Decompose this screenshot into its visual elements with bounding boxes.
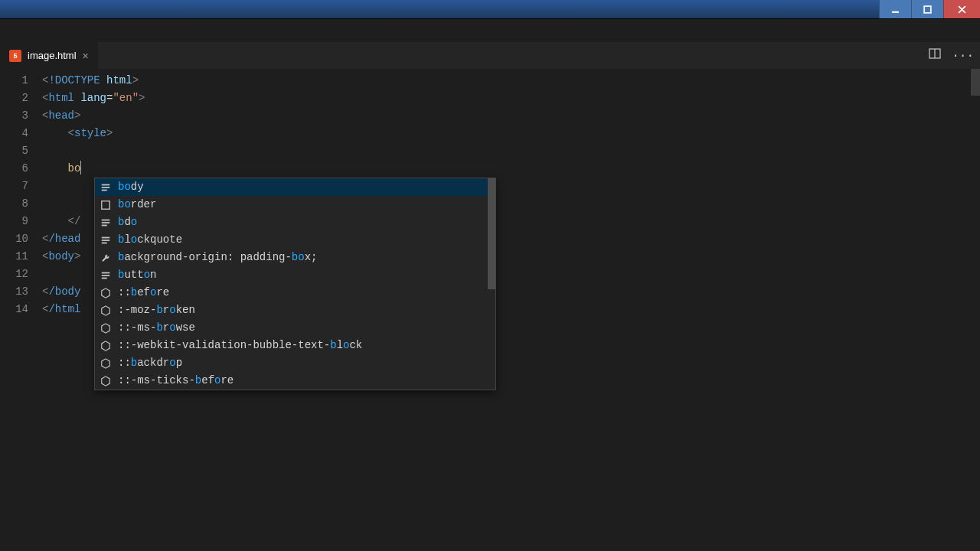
svg-rect-16	[102, 277, 107, 279]
hex-icon	[100, 375, 112, 387]
svg-rect-14	[102, 272, 110, 273]
svg-rect-15	[102, 275, 110, 276]
autocomplete-item[interactable]: ::before	[95, 284, 495, 302]
window-close-button[interactable]	[943, 0, 980, 18]
line-number: 8	[0, 195, 28, 213]
autocomplete-item[interactable]: blockquote	[95, 231, 495, 249]
more-actions-icon[interactable]: ···	[952, 49, 974, 63]
hex-icon	[100, 340, 112, 352]
window-minimize-button[interactable]	[879, 0, 911, 18]
line-number: 3	[0, 107, 28, 125]
autocomplete-item[interactable]: ::-ms-browse	[95, 319, 495, 337]
autocomplete-item[interactable]: :-moz-broken	[95, 302, 495, 319]
hex-icon	[100, 357, 112, 370]
svg-rect-9	[102, 222, 110, 223]
svg-rect-4	[102, 184, 110, 185]
line-number: 6	[0, 160, 28, 178]
svg-rect-0	[892, 11, 899, 12]
svg-rect-13	[102, 242, 107, 243]
autocomplete-item[interactable]: ::backdrop	[95, 354, 495, 372]
autocomplete-item[interactable]: background-origin: padding-box;	[95, 249, 495, 266]
autocomplete-item[interactable]: button	[95, 266, 495, 284]
menubar	[0, 19, 980, 42]
autocomplete-label: ::-ms-browse	[118, 321, 195, 335]
autocomplete-label: ::-webkit-validation-bubble-text-block	[118, 338, 362, 353]
hex-icon	[100, 305, 112, 317]
line-number: 9	[0, 213, 28, 230]
svg-rect-1	[924, 6, 931, 13]
autocomplete-label: border	[118, 197, 156, 212]
snippet-icon	[100, 181, 112, 194]
snippet-icon	[100, 234, 112, 246]
line-number: 4	[0, 125, 28, 142]
split-editor-icon[interactable]	[929, 47, 941, 64]
svg-rect-10	[102, 224, 107, 226]
tab-filename: image.html	[28, 50, 77, 61]
autocomplete-label: ::before	[118, 285, 169, 300]
box-icon	[100, 199, 112, 211]
autocomplete-label: background-origin: padding-box;	[118, 250, 317, 265]
hex-icon	[100, 287, 112, 299]
line-number: 11	[0, 248, 28, 266]
line-number: 1	[0, 72, 28, 90]
line-number: 12	[0, 266, 28, 283]
autocomplete-label: ::-ms-ticks-before	[118, 373, 234, 388]
wrench-icon	[100, 252, 112, 264]
snippet-icon	[100, 217, 112, 229]
svg-rect-7	[102, 201, 110, 209]
hex-icon	[100, 322, 112, 334]
tab-image-html[interactable]: 5 image.html ×	[0, 42, 98, 69]
line-number: 10	[0, 230, 28, 248]
snippet-icon	[100, 269, 112, 282]
autocomplete-item[interactable]: border	[95, 196, 495, 214]
autocomplete-label: ::backdrop	[118, 356, 182, 370]
autocomplete-popup[interactable]: bodyborderbdoblockquotebackground-origin…	[94, 178, 496, 390]
autocomplete-item[interactable]: ::-ms-ticks-before	[95, 372, 495, 390]
autocomplete-label: bdo	[118, 215, 137, 230]
autocomplete-item[interactable]: ::-webkit-validation-bubble-text-block	[95, 337, 495, 354]
line-number: 7	[0, 178, 28, 195]
html5-icon: 5	[9, 50, 21, 62]
svg-rect-5	[102, 187, 110, 188]
line-number: 13	[0, 283, 28, 301]
line-number: 2	[0, 90, 28, 107]
window-maximize-button[interactable]	[911, 0, 943, 18]
window-titlebar	[0, 0, 980, 19]
line-number-gutter: 1 2 3 4 5 6 7 8 9 10 11 12 13 14	[0, 69, 42, 551]
tab-close-icon[interactable]: ×	[83, 50, 89, 62]
line-number: 5	[0, 142, 28, 160]
autocomplete-item[interactable]: body	[95, 178, 495, 196]
minimap-scroll-indicator[interactable]	[971, 69, 980, 96]
line-number: 14	[0, 301, 28, 318]
autocomplete-label: blockquote	[118, 233, 182, 247]
autocomplete-item[interactable]: bdo	[95, 214, 495, 231]
autocomplete-label: body	[118, 180, 144, 194]
svg-rect-12	[102, 240, 110, 241]
autocomplete-scrollbar[interactable]	[488, 178, 495, 289]
editor-area[interactable]: 1 2 3 4 5 6 7 8 9 10 11 12 13 14 <!DOCTY…	[0, 69, 980, 551]
tab-bar: 5 image.html × ···	[0, 42, 980, 69]
svg-rect-8	[102, 219, 110, 220]
svg-rect-6	[102, 189, 107, 191]
autocomplete-label: button	[118, 268, 156, 282]
text-cursor	[80, 161, 81, 174]
svg-rect-11	[102, 236, 110, 238]
autocomplete-label: :-moz-broken	[118, 303, 195, 318]
code-content[interactable]: <!DOCTYPE html> <html lang="en"> <head> …	[42, 69, 980, 551]
